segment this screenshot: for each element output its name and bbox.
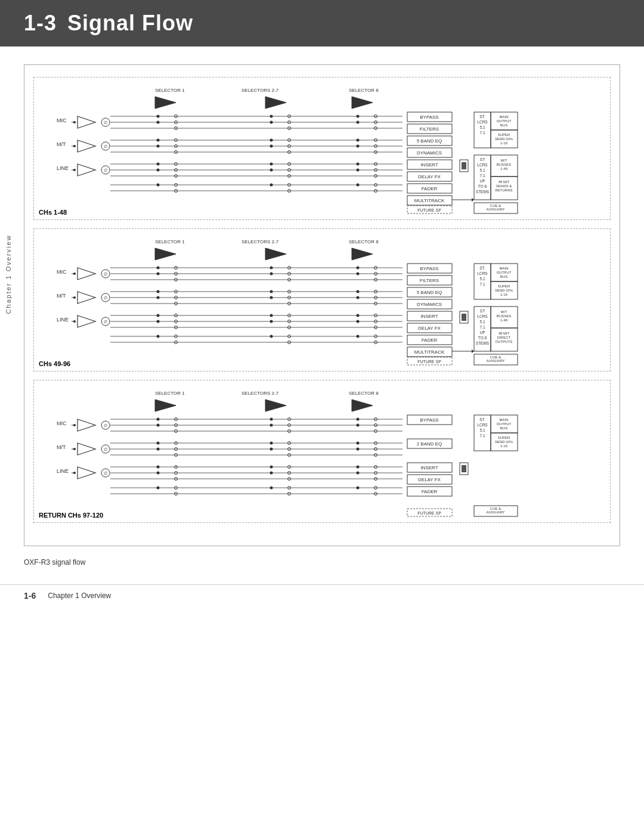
svg-text:AUXILIARY: AUXILIARY	[486, 208, 504, 211]
svg-text:SELECTOR 8: SELECTOR 8	[349, 391, 379, 396]
svg-text:SENDS &: SENDS &	[496, 184, 512, 188]
svg-text:M/T: M/T	[501, 159, 507, 162]
svg-text:2 BAND EQ: 2 BAND EQ	[417, 441, 442, 447]
svg-point-219	[357, 320, 360, 323]
svg-text:7.1: 7.1	[479, 131, 485, 135]
channel-label-3: RETURN CHs 97-120	[39, 512, 103, 519]
svg-text:SELECTORS 2-7: SELECTORS 2-7	[242, 239, 279, 244]
figure-caption: OXF-R3 signal flow	[24, 558, 620, 566]
svg-point-196	[270, 267, 273, 270]
svg-text:LCRS: LCRS	[477, 271, 488, 275]
svg-text:48 M/T: 48 M/T	[499, 180, 510, 184]
svg-point-73	[357, 139, 360, 142]
svg-text:SELECTOR 1: SELECTOR 1	[155, 391, 185, 396]
svg-text:1-16: 1-16	[500, 293, 508, 296]
svg-point-179	[157, 273, 160, 275]
svg-point-40	[157, 169, 160, 172]
svg-text:BUSSES: BUSSES	[497, 314, 511, 318]
svg-text:OUTPUT: OUTPUT	[497, 271, 512, 274]
svg-text:7.1: 7.1	[479, 325, 485, 329]
svg-text:ST: ST	[480, 309, 485, 313]
svg-text:FADER: FADER	[422, 186, 438, 191]
svg-text:∅: ∅	[104, 272, 107, 276]
svg-text:DIRECT: DIRECT	[497, 336, 511, 339]
svg-text:FUTURE SP: FUTURE SP	[417, 511, 441, 515]
svg-text:∅: ∅	[104, 447, 107, 451]
svg-text:M/T: M/T	[57, 293, 66, 299]
svg-point-345	[270, 487, 273, 490]
svg-text:ST: ST	[480, 157, 485, 162]
svg-text:∅: ∅	[104, 144, 107, 148]
svg-text:FADER: FADER	[422, 489, 438, 494]
svg-text:BYPASS: BYPASS	[420, 417, 438, 423]
svg-text:FADER: FADER	[422, 338, 438, 343]
svg-point-324	[157, 448, 160, 451]
svg-text:SELECTORS 2-7: SELECTORS 2-7	[242, 391, 279, 396]
svg-text:SEND GPs: SEND GPs	[495, 289, 513, 292]
svg-text:AUXILIARY: AUXILIARY	[486, 510, 504, 514]
svg-point-41	[157, 184, 160, 187]
svg-marker-11	[78, 140, 95, 152]
svg-point-74	[357, 145, 360, 148]
page-title: 1-3	[24, 11, 57, 36]
svg-marker-285	[472, 349, 474, 353]
svg-text:INSERT: INSERT	[420, 314, 438, 319]
svg-text:M/T: M/T	[57, 141, 66, 147]
svg-point-216	[357, 290, 360, 293]
svg-text:SEND GPs: SEND GPs	[495, 440, 513, 444]
svg-point-178	[157, 267, 160, 270]
footer-page-number: 1-6	[24, 591, 36, 600]
svg-text:48 M/T: 48 M/T	[499, 332, 510, 335]
svg-text:5.1: 5.1	[479, 320, 485, 324]
svg-point-75	[357, 163, 360, 166]
svg-point-357	[357, 418, 360, 421]
svg-text:MAIN: MAIN	[500, 418, 509, 422]
svg-text:1-16: 1-16	[500, 444, 508, 448]
svg-marker-318	[155, 400, 176, 411]
svg-marker-175	[155, 248, 176, 260]
svg-point-220	[357, 335, 360, 338]
svg-text:OUTPUT: OUTPUT	[497, 422, 512, 426]
main-content: SELECTOR 1 SELECTORS 2-7 SELECTOR 8 MIC …	[0, 64, 644, 566]
svg-text:DYNAMICS: DYNAMICS	[417, 150, 442, 156]
svg-point-198	[270, 290, 273, 293]
svg-point-37	[157, 139, 160, 142]
svg-point-363	[357, 487, 360, 490]
svg-text:MIC: MIC	[57, 269, 67, 275]
svg-text:∅: ∅	[104, 471, 107, 475]
svg-marker-302	[78, 467, 95, 479]
svg-point-218	[357, 314, 360, 317]
svg-point-214	[357, 267, 360, 270]
svg-point-344	[270, 472, 273, 475]
svg-point-323	[157, 442, 160, 445]
svg-text:FUTURE SP: FUTURE SP	[417, 360, 441, 364]
svg-text:∅: ∅	[104, 423, 107, 428]
svg-text:LINE: LINE	[57, 165, 69, 171]
svg-text:SUPER: SUPER	[498, 133, 510, 137]
svg-text:SEND GPs: SEND GPs	[495, 137, 513, 141]
svg-text:ST.: ST.	[479, 417, 485, 422]
svg-text:STEMS: STEMS	[476, 341, 490, 345]
svg-text:DELAY FX: DELAY FX	[418, 174, 441, 179]
svg-text:ST.: ST.	[479, 266, 485, 270]
svg-text:INSERT: INSERT	[420, 162, 438, 168]
svg-marker-6	[78, 116, 95, 128]
svg-point-358	[357, 424, 360, 427]
svg-text:5 BAND EQ: 5 BAND EQ	[417, 290, 442, 295]
svg-text:MIC: MIC	[57, 420, 67, 426]
svg-text:1-16: 1-16	[500, 141, 508, 145]
svg-text:MAIN: MAIN	[500, 267, 509, 270]
svg-text:BUS: BUS	[500, 426, 507, 430]
svg-text:MULTITRACK: MULTITRACK	[414, 198, 445, 203]
svg-text:OUTPUT: OUTPUT	[497, 119, 512, 123]
svg-text:TO 8: TO 8	[478, 184, 487, 188]
svg-text:SELECTOR 8: SELECTOR 8	[349, 239, 379, 244]
svg-point-339	[270, 418, 273, 421]
page-footer: 1-6 Chapter 1 Overview	[0, 584, 644, 606]
svg-text:FILTERS: FILTERS	[420, 278, 439, 283]
svg-text:LCRS: LCRS	[477, 423, 488, 427]
svg-point-197	[270, 273, 273, 275]
svg-text:RETURNS: RETURNS	[495, 188, 512, 192]
svg-point-35	[157, 115, 160, 118]
svg-text:LCRS: LCRS	[477, 314, 488, 318]
